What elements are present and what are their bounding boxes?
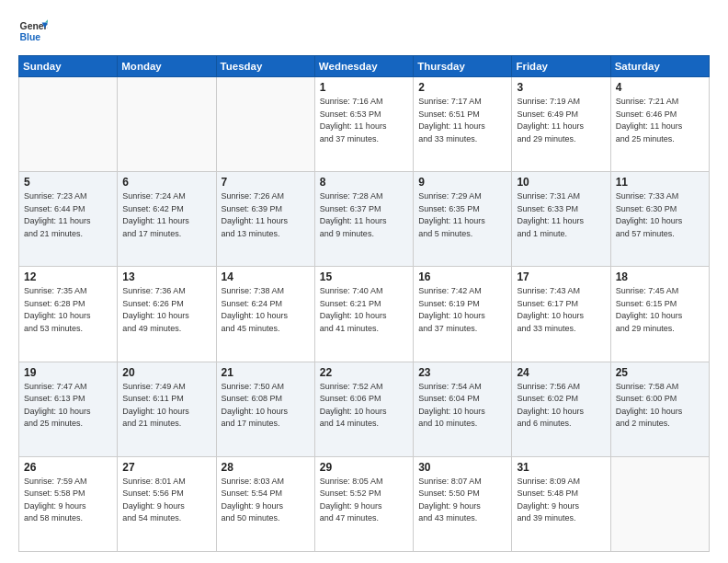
day-detail: Sunrise: 7:28 AM Sunset: 6:37 PM Dayligh… (320, 190, 408, 240)
day-number: 9 (418, 176, 506, 189)
day-detail: Sunrise: 7:40 AM Sunset: 6:21 PM Dayligh… (320, 285, 408, 335)
calendar-week-row: 1Sunrise: 7:16 AM Sunset: 6:53 PM Daylig… (19, 77, 710, 172)
calendar-cell: 15Sunrise: 7:40 AM Sunset: 6:21 PM Dayli… (314, 267, 413, 362)
day-detail: Sunrise: 7:36 AM Sunset: 6:26 PM Dayligh… (122, 285, 210, 335)
day-detail: Sunrise: 7:49 AM Sunset: 6:11 PM Dayligh… (122, 381, 210, 431)
calendar-cell: 28Sunrise: 8:03 AM Sunset: 5:54 PM Dayli… (216, 456, 314, 551)
day-detail: Sunrise: 8:07 AM Sunset: 5:50 PM Dayligh… (418, 476, 506, 525)
day-number: 12 (24, 270, 112, 283)
calendar-cell: 26Sunrise: 7:59 AM Sunset: 5:58 PM Dayli… (19, 456, 118, 551)
calendar-cell: 19Sunrise: 7:47 AM Sunset: 6:13 PM Dayli… (19, 362, 118, 456)
day-number: 29 (320, 461, 408, 474)
day-detail: Sunrise: 7:24 AM Sunset: 6:42 PM Dayligh… (122, 190, 210, 240)
day-number: 14 (222, 270, 310, 283)
weekday-header-row: SundayMondayTuesdayWednesdayThursdayFrid… (19, 56, 710, 77)
day-number: 2 (418, 81, 506, 94)
calendar-table: SundayMondayTuesdayWednesdayThursdayFrid… (18, 55, 710, 552)
day-detail: Sunrise: 7:19 AM Sunset: 6:49 PM Dayligh… (517, 96, 605, 145)
day-detail: Sunrise: 7:50 AM Sunset: 6:08 PM Dayligh… (222, 381, 310, 431)
day-number: 13 (122, 270, 210, 283)
day-number: 27 (122, 461, 210, 474)
day-number: 7 (222, 176, 310, 189)
logo-icon: General Blue (18, 17, 48, 46)
day-number: 30 (418, 461, 506, 474)
day-number: 25 (616, 366, 704, 379)
day-detail: Sunrise: 7:35 AM Sunset: 6:28 PM Dayligh… (24, 285, 112, 335)
day-number: 17 (517, 270, 605, 283)
calendar-week-row: 5Sunrise: 7:23 AM Sunset: 6:44 PM Daylig… (19, 172, 710, 267)
weekday-header: Monday (118, 56, 216, 77)
weekday-header: Friday (512, 56, 610, 77)
calendar-cell: 18Sunrise: 7:45 AM Sunset: 6:15 PM Dayli… (610, 267, 709, 362)
calendar-cell: 16Sunrise: 7:42 AM Sunset: 6:19 PM Dayli… (414, 267, 512, 362)
day-number: 10 (517, 176, 605, 189)
day-number: 16 (418, 270, 506, 283)
day-detail: Sunrise: 7:33 AM Sunset: 6:30 PM Dayligh… (616, 190, 704, 240)
day-number: 24 (517, 366, 605, 379)
calendar-cell: 2Sunrise: 7:17 AM Sunset: 6:51 PM Daylig… (414, 77, 512, 172)
calendar-cell: 4Sunrise: 7:21 AM Sunset: 6:46 PM Daylig… (610, 77, 709, 172)
day-number: 23 (418, 366, 506, 379)
calendar-cell: 10Sunrise: 7:31 AM Sunset: 6:33 PM Dayli… (512, 172, 610, 267)
calendar-cell: 1Sunrise: 7:16 AM Sunset: 6:53 PM Daylig… (314, 77, 413, 172)
svg-text:Blue: Blue (20, 32, 41, 42)
weekday-header: Sunday (19, 56, 118, 77)
logo: General Blue (18, 17, 48, 46)
day-number: 28 (222, 461, 310, 474)
day-detail: Sunrise: 8:05 AM Sunset: 5:52 PM Dayligh… (320, 476, 408, 525)
day-detail: Sunrise: 7:45 AM Sunset: 6:15 PM Dayligh… (616, 285, 704, 335)
calendar-cell: 27Sunrise: 8:01 AM Sunset: 5:56 PM Dayli… (118, 456, 216, 551)
weekday-header: Tuesday (216, 56, 314, 77)
day-number: 31 (517, 461, 605, 474)
day-detail: Sunrise: 7:31 AM Sunset: 6:33 PM Dayligh… (517, 190, 605, 240)
calendar-week-row: 12Sunrise: 7:35 AM Sunset: 6:28 PM Dayli… (19, 267, 710, 362)
calendar-cell: 3Sunrise: 7:19 AM Sunset: 6:49 PM Daylig… (512, 77, 610, 172)
day-detail: Sunrise: 7:29 AM Sunset: 6:35 PM Dayligh… (418, 190, 506, 240)
day-number: 19 (24, 366, 112, 379)
day-number: 20 (122, 366, 210, 379)
page: General Blue SundayMondayTuesdayWednesda… (0, 0, 728, 563)
calendar-cell: 29Sunrise: 8:05 AM Sunset: 5:52 PM Dayli… (314, 456, 413, 551)
day-detail: Sunrise: 7:16 AM Sunset: 6:53 PM Dayligh… (320, 96, 408, 145)
day-detail: Sunrise: 7:23 AM Sunset: 6:44 PM Dayligh… (24, 190, 112, 240)
calendar-week-row: 19Sunrise: 7:47 AM Sunset: 6:13 PM Dayli… (19, 362, 710, 456)
day-detail: Sunrise: 8:09 AM Sunset: 5:48 PM Dayligh… (517, 476, 605, 525)
calendar-cell (216, 77, 314, 172)
day-detail: Sunrise: 7:47 AM Sunset: 6:13 PM Dayligh… (24, 381, 112, 431)
day-detail: Sunrise: 7:38 AM Sunset: 6:24 PM Dayligh… (222, 285, 310, 335)
day-detail: Sunrise: 7:17 AM Sunset: 6:51 PM Dayligh… (418, 96, 506, 145)
day-number: 4 (616, 81, 704, 94)
calendar-cell: 11Sunrise: 7:33 AM Sunset: 6:30 PM Dayli… (610, 172, 709, 267)
day-detail: Sunrise: 7:52 AM Sunset: 6:06 PM Dayligh… (320, 381, 408, 431)
calendar-cell (19, 77, 118, 172)
day-detail: Sunrise: 7:42 AM Sunset: 6:19 PM Dayligh… (418, 285, 506, 335)
calendar-cell: 12Sunrise: 7:35 AM Sunset: 6:28 PM Dayli… (19, 267, 118, 362)
header: General Blue (18, 17, 710, 46)
calendar-cell: 22Sunrise: 7:52 AM Sunset: 6:06 PM Dayli… (314, 362, 413, 456)
calendar-cell: 8Sunrise: 7:28 AM Sunset: 6:37 PM Daylig… (314, 172, 413, 267)
day-detail: Sunrise: 7:43 AM Sunset: 6:17 PM Dayligh… (517, 285, 605, 335)
day-number: 26 (24, 461, 112, 474)
day-number: 3 (517, 81, 605, 94)
weekday-header: Thursday (414, 56, 512, 77)
calendar-cell: 23Sunrise: 7:54 AM Sunset: 6:04 PM Dayli… (414, 362, 512, 456)
calendar-cell: 13Sunrise: 7:36 AM Sunset: 6:26 PM Dayli… (118, 267, 216, 362)
day-number: 21 (222, 366, 310, 379)
day-detail: Sunrise: 7:26 AM Sunset: 6:39 PM Dayligh… (222, 190, 310, 240)
calendar-cell: 24Sunrise: 7:56 AM Sunset: 6:02 PM Dayli… (512, 362, 610, 456)
calendar-cell: 25Sunrise: 7:58 AM Sunset: 6:00 PM Dayli… (610, 362, 709, 456)
calendar-cell: 9Sunrise: 7:29 AM Sunset: 6:35 PM Daylig… (414, 172, 512, 267)
day-detail: Sunrise: 7:58 AM Sunset: 6:00 PM Dayligh… (616, 381, 704, 431)
day-detail: Sunrise: 7:54 AM Sunset: 6:04 PM Dayligh… (418, 381, 506, 431)
day-detail: Sunrise: 7:56 AM Sunset: 6:02 PM Dayligh… (517, 381, 605, 431)
weekday-header: Wednesday (314, 56, 413, 77)
weekday-header: Saturday (610, 56, 709, 77)
calendar-cell: 7Sunrise: 7:26 AM Sunset: 6:39 PM Daylig… (216, 172, 314, 267)
calendar-cell: 21Sunrise: 7:50 AM Sunset: 6:08 PM Dayli… (216, 362, 314, 456)
calendar-cell (118, 77, 216, 172)
day-number: 11 (616, 176, 704, 189)
calendar-cell: 6Sunrise: 7:24 AM Sunset: 6:42 PM Daylig… (118, 172, 216, 267)
day-detail: Sunrise: 7:21 AM Sunset: 6:46 PM Dayligh… (616, 96, 704, 145)
day-detail: Sunrise: 7:59 AM Sunset: 5:58 PM Dayligh… (24, 476, 112, 525)
calendar-cell: 17Sunrise: 7:43 AM Sunset: 6:17 PM Dayli… (512, 267, 610, 362)
